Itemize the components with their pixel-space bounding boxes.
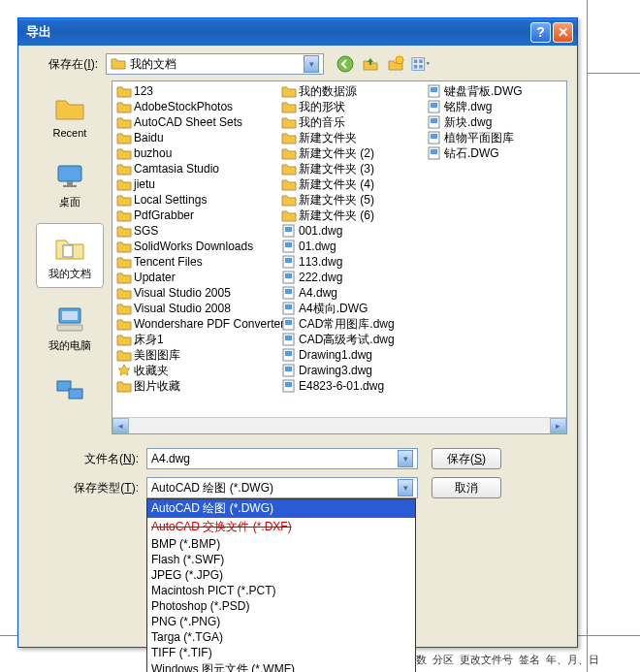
scroll-track[interactable] [129,418,550,433]
filename-input[interactable]: A4.dwg ▾ [146,448,418,469]
file-item[interactable]: 我的数据源 [279,83,421,99]
new-folder-icon[interactable] [386,54,405,74]
cancel-button[interactable]: 取消 [432,477,501,498]
close-button[interactable]: ✕ [553,22,573,43]
filetype-option[interactable]: Targa (*.TGA) [147,629,415,645]
file-item[interactable]: 我的音乐 [279,114,421,130]
filetype-option[interactable]: BMP (*.BMP) [147,536,415,552]
file-item[interactable]: Visual Studio 2008 [114,301,275,316]
file-item[interactable]: 新建文件夹 [279,130,421,145]
sidebar-item-我的文档[interactable]: 我的文档 [36,223,104,288]
filetype-option[interactable]: JPEG (*.JPG) [147,567,415,583]
file-item[interactable]: A4横向.DWG [279,301,421,316]
svg-rect-45 [431,134,437,139]
svg-rect-41 [431,103,437,108]
filetype-dropdown[interactable]: AutoCAD 绘图 (*.DWG)AutoCAD 交换文件 (*.DXF)BM… [146,498,416,672]
file-icon [281,317,297,331]
file-item[interactable]: 123 [114,83,275,99]
file-item[interactable]: 植物平面图库 [425,130,537,145]
svg-rect-47 [431,149,437,154]
scroll-left-button[interactable]: ◂ [112,418,129,433]
file-item[interactable]: SolidWorks Downloads [114,239,275,254]
sidebar-item-Recent[interactable]: Recent [36,84,104,144]
file-item[interactable]: A4.dwg [279,285,421,301]
folder-icon [281,208,297,222]
file-icon [281,255,297,269]
file-item[interactable]: AdobeStockPhotos [114,99,275,114]
file-name: 我的数据源 [299,83,357,100]
file-item[interactable]: 床身1 [114,332,275,347]
file-item[interactable]: Camtasia Studio [114,161,275,176]
file-item[interactable]: Tencent Files [114,254,275,270]
file-item[interactable]: 图片收藏 [114,378,275,394]
file-list[interactable]: 123AdobeStockPhotosAutoCAD Sheet SetsBai… [112,80,567,434]
file-item[interactable]: Drawing1.dwg [279,347,421,363]
file-item[interactable]: 收藏夹 [114,363,275,378]
file-item[interactable]: 01.dwg [279,239,421,254]
file-item[interactable]: SGS [114,223,275,239]
file-item[interactable]: Baidu [114,130,275,145]
up-folder-icon[interactable] [361,54,380,74]
file-item[interactable]: Local Settings [114,192,275,208]
filetype-option[interactable]: AutoCAD 绘图 (*.DWG) [147,499,415,518]
file-item[interactable]: 113.dwg [279,254,421,270]
file-name: 床身1 [134,332,164,348]
save-in-combo[interactable]: 我的文档 ▾ [106,53,324,75]
filetype-option[interactable]: Macintosh PICT (*.PCT) [147,583,415,598]
file-name: jietu [134,177,155,191]
filetype-option[interactable]: PNG (*.PNG) [147,614,415,629]
back-icon[interactable] [336,54,355,74]
file-item[interactable]: 美图图库 [114,347,275,363]
filetype-option[interactable]: AutoCAD 交换文件 (*.DXF) [147,518,415,536]
file-name: PdfGrabber [134,208,194,222]
file-item[interactable]: jietu [114,176,275,192]
filetype-combo[interactable]: AutoCAD 绘图 (*.DWG) ▾ [146,477,418,498]
file-icon [281,286,297,300]
chevron-down-icon[interactable]: ▾ [304,55,319,73]
chevron-down-icon[interactable]: ▾ [398,479,413,496]
sidebar-item-桌面[interactable]: 桌面 [36,152,104,215]
help-button[interactable]: ? [530,22,551,43]
file-item[interactable]: Updater [114,270,275,285]
file-item[interactable]: Wondershare PDF Converter [114,316,275,332]
file-item[interactable]: buzhou [114,145,275,161]
filetype-option[interactable]: Flash (*.SWF) [147,552,415,567]
file-item[interactable]: E4823-6-01.dwg [279,378,421,394]
sidebar-item-network[interactable] [36,367,104,415]
file-item[interactable]: Visual Studio 2005 [114,285,275,301]
filetype-option[interactable]: TIFF (*.TIF) [147,645,415,660]
titlebar[interactable]: 导出 ? ✕ [18,18,577,46]
file-item[interactable]: CAD常用图库.dwg [279,316,421,332]
file-item[interactable]: 新块.dwg [425,114,537,130]
file-item[interactable]: 新建文件夹 (3) [279,161,421,176]
chevron-down-icon[interactable]: ▾ [398,450,413,467]
file-item[interactable]: 键盘背板.DWG [425,83,537,99]
file-item[interactable]: 我的形状 [279,99,421,114]
star-icon [116,364,132,377]
file-icon [281,348,297,362]
file-item[interactable]: 222.dwg [279,270,421,285]
file-item[interactable]: AutoCAD Sheet Sets [114,114,275,130]
file-item[interactable]: 新建文件夹 (4) [279,176,421,192]
file-name: Drawing3.dwg [299,364,372,377]
file-item[interactable]: 钻石.DWG [425,145,537,161]
view-menu-icon[interactable] [411,54,431,74]
file-item[interactable]: 新建文件夹 (6) [279,208,421,223]
file-item[interactable]: PdfGrabber [114,208,275,223]
scroll-right-button[interactable]: ▸ [550,418,566,433]
horizontal-scrollbar[interactable]: ◂ ▸ [112,417,566,433]
sidebar-item-我的电脑[interactable]: 我的电脑 [36,296,104,359]
file-item[interactable]: 铭牌.dwg [425,99,537,114]
folder-icon [281,146,297,160]
file-name: 新建文件夹 (2) [299,145,374,162]
file-item[interactable]: 新建文件夹 (5) [279,192,421,208]
filetype-option[interactable]: Photoshop (*.PSD) [147,598,415,614]
file-item[interactable]: Drawing3.dwg [279,363,421,378]
file-item[interactable]: 新建文件夹 (2) [279,145,421,161]
file-item[interactable]: CAD高级考试.dwg [279,332,421,347]
file-icon [427,100,442,113]
save-button[interactable]: 保存(S) [432,448,501,469]
file-item[interactable]: 001.dwg [279,223,421,239]
filetype-option[interactable]: Windows 图元文件 (*.WMF) [147,660,415,672]
file-icon [427,84,442,98]
